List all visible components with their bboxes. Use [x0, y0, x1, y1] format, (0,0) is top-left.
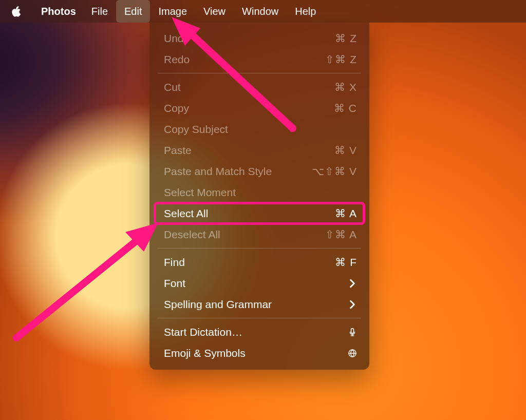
mic-icon — [326, 328, 357, 337]
menu-separator — [158, 248, 361, 249]
menuitem-label: Select Moment — [164, 186, 326, 199]
menuitem-shortcut: ⇧⌘ A — [325, 228, 357, 241]
menuitem-shortcut: ⌘ Z — [326, 32, 357, 45]
app-name[interactable]: Photos — [34, 0, 83, 23]
submenu-chevron-icon — [326, 300, 357, 309]
menuitem-shortcut: ⌘ A — [326, 207, 357, 220]
menuitem-label: Cut — [164, 81, 326, 93]
menu-edit[interactable]: Edit — [116, 0, 150, 23]
menuitem-undo[interactable]: Undo ⌘ Z — [149, 28, 369, 49]
menuitem-label: Paste — [164, 144, 326, 157]
menuitem-label: Find — [164, 256, 326, 269]
menuitem-shortcut: ⌘ V — [326, 144, 357, 157]
menuitem-select-moment[interactable]: Select Moment — [149, 182, 369, 203]
menuitem-label: Font — [164, 277, 326, 290]
menuitem-label: Redo — [164, 53, 325, 66]
menuitem-shortcut: ⌥⇧⌘ V — [312, 165, 357, 178]
menuitem-spelling-grammar[interactable]: Spelling and Grammar — [149, 294, 369, 315]
menuitem-shortcut: ⌘ X — [326, 81, 357, 93]
submenu-chevron-icon — [326, 279, 357, 288]
menuitem-redo[interactable]: Redo ⇧⌘ Z — [149, 49, 369, 70]
menuitem-label: Deselect All — [164, 228, 325, 241]
menuitem-label: Spelling and Grammar — [164, 298, 326, 311]
menuitem-shortcut: ⇧⌘ Z — [325, 53, 357, 66]
edit-dropdown-menu: Undo ⌘ Z Redo ⇧⌘ Z Cut ⌘ X Copy ⌘ C Copy… — [149, 23, 369, 370]
menuitem-label: Copy Subject — [164, 123, 326, 136]
menuitem-font[interactable]: Font — [149, 273, 369, 294]
menuitem-cut[interactable]: Cut ⌘ X — [149, 77, 369, 98]
menu-help[interactable]: Help — [287, 0, 324, 23]
menu-image[interactable]: Image — [150, 0, 195, 23]
menuitem-label: Select All — [164, 207, 326, 220]
menuitem-paste-match-style[interactable]: Paste and Match Style ⌥⇧⌘ V — [149, 161, 369, 182]
menuitem-label: Start Dictation… — [164, 326, 326, 338]
menuitem-shortcut: ⌘ C — [326, 102, 357, 114]
menuitem-start-dictation[interactable]: Start Dictation… — [149, 321, 369, 342]
menuitem-copy-subject[interactable]: Copy Subject — [149, 119, 369, 140]
menuitem-label: Emoji & Symbols — [164, 347, 326, 359]
menu-separator — [158, 73, 361, 73]
menuitem-emoji-symbols[interactable]: Emoji & Symbols — [149, 342, 369, 364]
menuitem-deselect-all[interactable]: Deselect All ⇧⌘ A — [149, 224, 369, 245]
menuitem-paste[interactable]: Paste ⌘ V — [149, 140, 369, 161]
menuitem-find[interactable]: Find ⌘ F — [149, 252, 369, 273]
menuitem-label: Copy — [164, 102, 326, 114]
menu-file[interactable]: File — [83, 0, 116, 23]
menu-separator — [158, 318, 361, 318]
menuitem-shortcut: ⌘ F — [326, 256, 357, 269]
apple-menu-icon[interactable] — [10, 5, 23, 17]
menubar: Photos File Edit Image View Window Help — [0, 0, 526, 23]
menuitem-label: Paste and Match Style — [164, 165, 312, 178]
menu-view[interactable]: View — [195, 0, 234, 23]
menuitem-copy[interactable]: Copy ⌘ C — [149, 98, 369, 119]
menuitem-label: Undo — [164, 32, 326, 45]
menu-window[interactable]: Window — [234, 0, 287, 23]
menuitem-select-all[interactable]: Select All ⌘ A — [149, 203, 369, 224]
globe-icon — [326, 349, 357, 358]
